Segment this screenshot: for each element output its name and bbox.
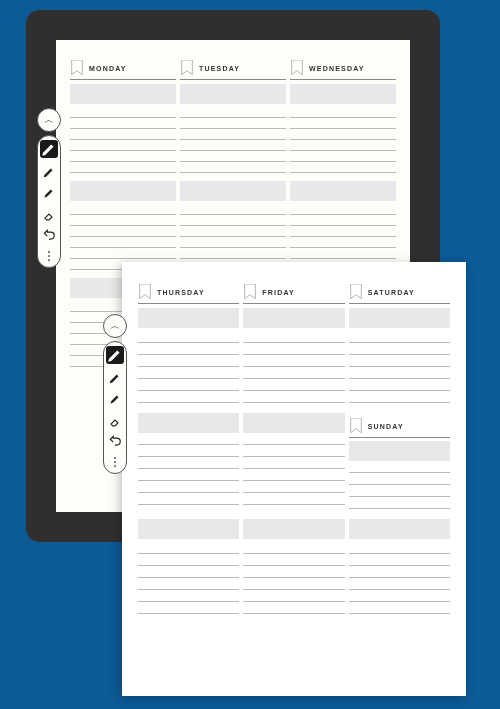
- toolbar-body: [103, 341, 127, 474]
- highlighter-tool-icon[interactable]: [42, 186, 56, 200]
- line-block: [243, 331, 344, 403]
- page-2: ︿: [122, 262, 466, 696]
- day-label: THURSDAY: [157, 289, 205, 296]
- day-header: TUESDAY: [180, 60, 286, 80]
- day-label: FRIDAY: [262, 289, 295, 296]
- day-header: THURSDAY: [138, 284, 239, 304]
- bookmark-icon: [349, 418, 363, 434]
- line-block: [70, 204, 176, 270]
- toolbar-collapse-button[interactable]: ︿: [103, 314, 127, 338]
- section: [70, 84, 396, 104]
- section: [70, 107, 396, 173]
- day-header-sunday: SUNDAY: [349, 418, 450, 438]
- section: [70, 204, 396, 270]
- day-headers: THURSDAY FRIDAY SATURDAY: [138, 284, 450, 304]
- pen-tool-icon[interactable]: [106, 346, 124, 364]
- section: [138, 331, 450, 403]
- svg-point-4: [114, 461, 116, 463]
- grey-box: [349, 308, 450, 328]
- toolbar-collapse-button[interactable]: ︿: [37, 108, 61, 132]
- grey-box: [70, 181, 176, 201]
- day-headers: MONDAY TUESDAY WEDNESDAY: [70, 60, 396, 80]
- grey-box: [70, 84, 176, 104]
- pen2-tool-icon[interactable]: [42, 165, 56, 179]
- line-block: [243, 542, 344, 614]
- svg-point-2: [48, 259, 50, 261]
- eraser-tool-icon[interactable]: [108, 413, 122, 427]
- line-block: [243, 433, 344, 505]
- grey-box: [243, 413, 344, 433]
- day-label: MONDAY: [89, 65, 127, 72]
- toolbar: ︿: [102, 314, 128, 474]
- toolbar-body: [37, 135, 61, 268]
- line-block: [349, 331, 450, 403]
- line-block: [349, 461, 450, 509]
- eraser-tool-icon[interactable]: [42, 207, 56, 221]
- pen-tool-icon[interactable]: [40, 140, 58, 158]
- toolbar: ︿: [36, 108, 62, 268]
- day-label: WEDNESDAY: [309, 65, 365, 72]
- grey-box: [290, 181, 396, 201]
- grey-box: [180, 181, 286, 201]
- line-block: [138, 331, 239, 403]
- bookmark-icon: [138, 284, 152, 300]
- line-block: [180, 204, 286, 270]
- chevron-up-icon: ︿: [44, 115, 54, 125]
- grey-box: [138, 413, 239, 433]
- section: [138, 519, 450, 539]
- svg-point-3: [114, 457, 116, 459]
- highlighter-tool-icon[interactable]: [108, 392, 122, 406]
- bookmark-icon: [70, 60, 84, 76]
- section: [138, 308, 450, 328]
- line-block: [349, 542, 450, 614]
- grey-box: [290, 84, 396, 104]
- more-tool-icon[interactable]: [42, 249, 56, 263]
- line-block: [290, 107, 396, 173]
- day-header: WEDNESDAY: [290, 60, 396, 80]
- line-block: [138, 542, 239, 614]
- section: [138, 542, 450, 614]
- line-block: [180, 107, 286, 173]
- svg-point-5: [114, 465, 116, 467]
- bookmark-icon: [290, 60, 304, 76]
- line-block: [290, 204, 396, 270]
- undo-tool-icon[interactable]: [42, 228, 56, 242]
- line-block: [70, 107, 176, 173]
- pen2-tool-icon[interactable]: [108, 371, 122, 385]
- line-block: [138, 433, 239, 505]
- grey-box: [138, 519, 239, 539]
- section: [70, 181, 396, 201]
- bookmark-icon: [349, 284, 363, 300]
- undo-tool-icon[interactable]: [108, 434, 122, 448]
- grey-box: [243, 308, 344, 328]
- day-label: TUESDAY: [199, 65, 240, 72]
- section: SUNDAY: [138, 413, 450, 509]
- grey-box: [349, 519, 450, 539]
- chevron-up-icon: ︿: [110, 321, 120, 331]
- day-header: SATURDAY: [349, 284, 450, 304]
- grey-box: [243, 519, 344, 539]
- planner-page2: THURSDAY FRIDAY SATURDAY: [122, 262, 466, 696]
- svg-point-0: [48, 251, 50, 253]
- day-header: MONDAY: [70, 60, 176, 80]
- more-tool-icon[interactable]: [108, 455, 122, 469]
- day-header: FRIDAY: [243, 284, 344, 304]
- day-label: SUNDAY: [368, 423, 404, 430]
- bookmark-icon: [243, 284, 257, 300]
- grey-box: [349, 441, 450, 461]
- day-label: SATURDAY: [368, 289, 415, 296]
- svg-point-1: [48, 255, 50, 257]
- bookmark-icon: [180, 60, 194, 76]
- grey-box: [138, 308, 239, 328]
- grey-box: [180, 84, 286, 104]
